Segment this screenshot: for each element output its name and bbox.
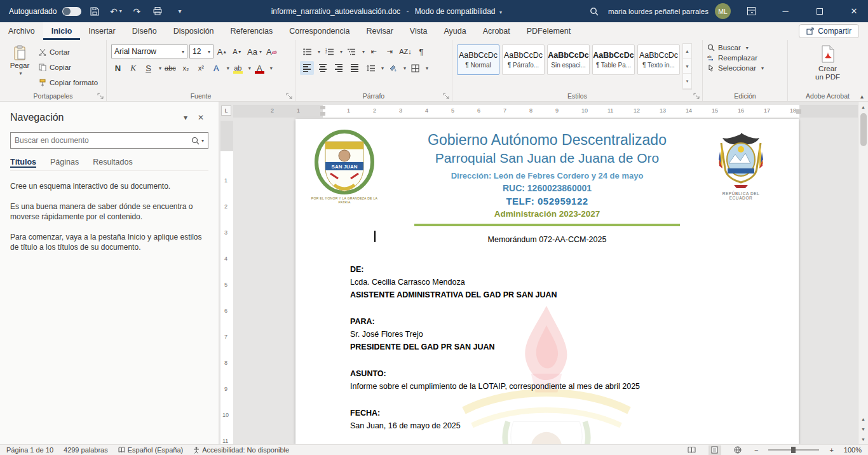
zoom-slider[interactable]	[768, 449, 819, 451]
superscript-button[interactable]: x²	[194, 61, 208, 75]
replace-button[interactable]: ab Reemplazar	[707, 54, 783, 62]
create-pdf-button[interactable]: Crearun PDF	[815, 43, 840, 90]
search-icon[interactable]	[191, 137, 200, 145]
copy-button[interactable]: Copiar	[39, 61, 98, 74]
cut-button[interactable]: Cortar	[39, 46, 98, 58]
shading-button[interactable]	[386, 61, 400, 75]
zoom-level[interactable]: 100%	[844, 446, 862, 454]
styles-scroll-down-icon[interactable]: ▼	[683, 59, 691, 74]
tab-diseno[interactable]: Diseño	[124, 22, 165, 40]
tab-archivo[interactable]: Archivo	[0, 22, 43, 40]
tab-ayuda[interactable]: Ayuda	[435, 22, 474, 40]
previous-page-icon[interactable]: ▲	[858, 414, 868, 424]
italic-button[interactable]: K	[126, 61, 140, 75]
styles-more-icon[interactable]: ▾	[683, 74, 691, 89]
next-page-icon[interactable]: ▼	[858, 424, 868, 434]
sort-button[interactable]: AZ↓	[398, 44, 412, 58]
customize-qat-icon[interactable]: ▾	[171, 4, 186, 19]
nav-tab-paginas[interactable]: Páginas	[50, 158, 79, 166]
redo-icon[interactable]: ↷	[129, 4, 144, 19]
memo-body[interactable]: DE: Lcda. Cecilia Carrasco Mendoza ASIST…	[350, 263, 744, 444]
zoom-out-button[interactable]: −	[754, 446, 758, 454]
underline-button[interactable]: S	[142, 61, 155, 75]
paste-button[interactable]: Pegar ▾	[4, 43, 35, 90]
navigation-close-icon[interactable]: ✕	[193, 111, 208, 125]
grow-font-button[interactable]: A▲	[215, 44, 229, 58]
justify-button[interactable]	[348, 61, 362, 75]
styles-scroll-up-icon[interactable]: ▲	[683, 44, 691, 59]
document-search-input[interactable]	[15, 136, 191, 145]
scroll-down-icon[interactable]: ▼	[858, 434, 868, 444]
style-texto-independiente[interactable]: AaBbCcDc ¶ Texto in...	[637, 44, 680, 75]
style-table-paragraph[interactable]: AaBbCcDc ¶ Table Pa...	[592, 44, 635, 75]
bullets-button[interactable]	[300, 44, 314, 58]
font-size-combo[interactable]: 12▾	[189, 44, 214, 58]
nav-tab-titulos[interactable]: Títulos	[10, 158, 36, 166]
compatibility-mode-label[interactable]: Modo de compatibilidad	[415, 7, 496, 16]
undo-icon[interactable]: ↶▾	[108, 4, 123, 19]
shrink-font-button[interactable]: A▼	[231, 44, 244, 58]
numbering-button[interactable]: 12	[322, 44, 336, 58]
style-parrafo[interactable]: AaBbCcDc ¶ Párrafo...	[502, 44, 545, 75]
zoom-slider-thumb[interactable]	[791, 447, 796, 453]
select-button[interactable]: Seleccionar▾	[707, 64, 783, 72]
style-sin-espaciado[interactable]: AaBbCcDc Sin espaci...	[547, 44, 590, 75]
tab-stop-selector[interactable]: L	[221, 105, 231, 116]
hanging-indent-marker[interactable]	[320, 112, 325, 116]
decrease-indent-button[interactable]: ⇤	[367, 44, 381, 58]
scroll-up-icon[interactable]: ▲	[858, 102, 868, 112]
change-case-button[interactable]: Aa▾	[246, 44, 263, 58]
subscript-button[interactable]: x₂	[179, 61, 193, 75]
share-button[interactable]: Compartir	[799, 24, 859, 38]
increase-indent-button[interactable]: ⇥	[383, 44, 397, 58]
tab-vista[interactable]: Vista	[402, 22, 436, 40]
scrollbar-thumb[interactable]	[860, 113, 867, 146]
search-options-icon[interactable]: ▾	[201, 138, 204, 144]
read-mode-icon[interactable]	[686, 445, 698, 455]
tab-revisar[interactable]: Revisar	[358, 22, 401, 40]
web-layout-icon[interactable]	[731, 445, 744, 455]
autosave-toggle[interactable]	[62, 7, 81, 16]
document-scrollbar[interactable]: ▲ ▲ ▼ ▼	[858, 102, 868, 444]
save-icon[interactable]	[87, 4, 102, 19]
highlight-color-button[interactable]: ab	[231, 61, 245, 75]
page-count[interactable]: Página 1 de 10	[6, 446, 53, 454]
align-center-button[interactable]	[316, 61, 330, 75]
tab-insertar[interactable]: Insertar	[80, 22, 123, 40]
avatar[interactable]: ML	[715, 3, 731, 19]
print-icon[interactable]	[150, 4, 165, 19]
format-painter-button[interactable]: Copiar formato	[39, 76, 98, 89]
right-indent-marker[interactable]	[796, 109, 801, 114]
restore-button[interactable]	[806, 0, 834, 22]
zoom-in-button[interactable]: +	[829, 446, 833, 454]
navigation-options-icon[interactable]: ▾	[178, 111, 193, 125]
tab-disposicion[interactable]: Disposición	[165, 22, 222, 40]
minimize-button[interactable]: ─	[771, 0, 799, 22]
bold-button[interactable]: N	[111, 61, 125, 75]
document-page[interactable]: SAN JUAN POR EL HONOR Y LA GRANDEZA DE L…	[295, 119, 799, 444]
multilevel-list-button[interactable]	[344, 44, 358, 58]
line-spacing-button[interactable]	[363, 61, 377, 75]
tab-acrobat[interactable]: Acrobat	[475, 22, 519, 40]
font-color-button[interactable]: A	[253, 61, 266, 75]
user-name[interactable]: maria lourdes peñafiel parrales	[608, 8, 709, 15]
print-layout-icon[interactable]	[709, 445, 721, 455]
first-line-indent-marker[interactable]	[320, 106, 325, 109]
ribbon-display-options-icon[interactable]	[737, 0, 765, 22]
tab-referencias[interactable]: Referencias	[222, 22, 281, 40]
text-effects-button[interactable]: A	[210, 61, 223, 75]
find-button[interactable]: Buscar▾	[707, 44, 783, 51]
tab-inicio[interactable]: Inicio	[43, 22, 81, 40]
search-icon[interactable]	[587, 4, 602, 19]
word-count[interactable]: 4299 palabras	[64, 446, 108, 454]
style-normal[interactable]: AaBbCcDc ¶ Normal	[457, 44, 499, 75]
tab-correspondencia[interactable]: Correspondencia	[281, 22, 358, 40]
nav-tab-resultados[interactable]: Resultados	[93, 158, 133, 166]
collapse-ribbon-icon[interactable]: ▴	[860, 93, 864, 100]
clear-formatting-button[interactable]: A	[265, 44, 278, 58]
close-button[interactable]: ✕	[840, 0, 868, 22]
align-right-button[interactable]	[332, 61, 346, 75]
tab-pdfelement[interactable]: PDFelement	[519, 22, 579, 40]
accessibility-status[interactable]: Accesibilidad: No disponible	[193, 446, 289, 454]
strikethrough-button[interactable]: abc	[163, 61, 177, 75]
